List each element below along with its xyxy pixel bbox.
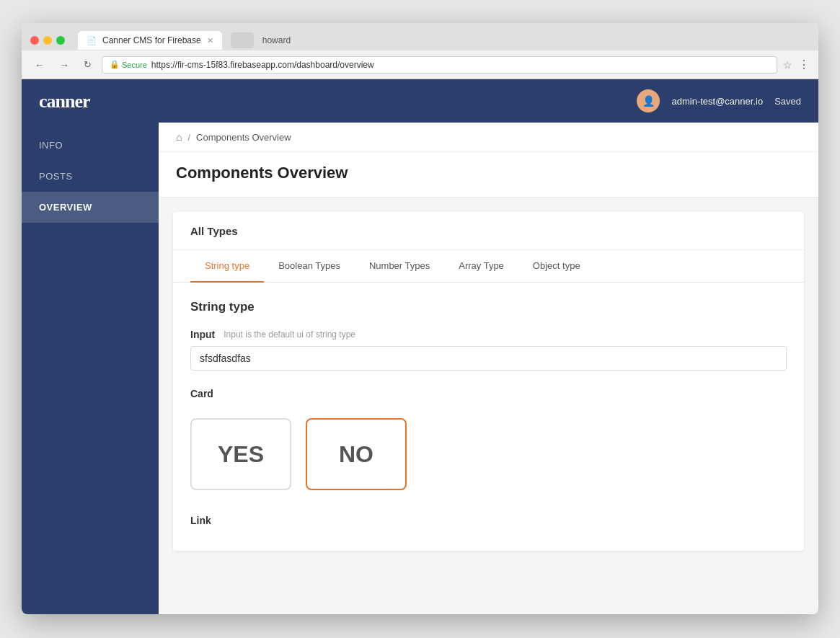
- secure-label: Secure: [122, 61, 147, 69]
- browser-window: 📄 Canner CMS for Firebase ✕ howard ← → ↻…: [22, 23, 818, 614]
- card-option-yes-label: YES: [218, 441, 264, 468]
- tab-title: Canner CMS for Firebase: [102, 35, 201, 45]
- sidebar-item-info[interactable]: INFO: [22, 130, 159, 161]
- card-options: YES NO: [190, 411, 787, 497]
- maximize-window-button[interactable]: [56, 36, 65, 45]
- user-email: admin-test@canner.io: [671, 96, 763, 107]
- string-input[interactable]: [190, 346, 787, 371]
- traffic-lights: [30, 36, 65, 45]
- app-container: INFO POSTS OVERVIEW ⌂ / Components Overv…: [22, 123, 818, 614]
- content-card: All Types String type Boolean Types Numb…: [173, 212, 804, 551]
- nav-right: 👤 admin-test@canner.io Saved: [637, 89, 801, 112]
- card-header: All Types: [173, 212, 804, 250]
- logo-text: canner: [39, 91, 90, 112]
- card-option-no-label: NO: [339, 441, 373, 468]
- main-content: ⌂ / Components Overview Components Overv…: [159, 123, 818, 614]
- browser-menu-button[interactable]: ⋮: [798, 58, 810, 71]
- refresh-button[interactable]: ↻: [79, 58, 96, 71]
- tab-content-area: String type Input Input is the default u…: [173, 283, 804, 551]
- user-avatar: 👤: [637, 89, 660, 112]
- browser-titlebar: 📄 Canner CMS for Firebase ✕ howard: [22, 23, 818, 50]
- app-logo: canner: [39, 89, 90, 112]
- tab-array-type-label: Array Type: [459, 260, 504, 271]
- input-field-group: Input Input is the default ui of string …: [190, 329, 787, 371]
- breadcrumb-separator: /: [187, 132, 190, 143]
- tab-string-type-label: String type: [205, 260, 249, 271]
- breadcrumb-home-icon: ⌂: [176, 131, 182, 143]
- saved-label: Saved: [774, 96, 801, 107]
- lock-icon: 🔒: [110, 60, 120, 69]
- sidebar-label-info: INFO: [39, 140, 63, 151]
- tab-object-type-label: Object type: [533, 260, 580, 271]
- sidebar-item-posts[interactable]: POSTS: [22, 161, 159, 192]
- browser-toolbar: ← → ↻ 🔒 Secure https://fir-cms-15f83.fir…: [22, 50, 818, 79]
- tab-page-icon: 📄: [87, 36, 97, 45]
- tab-close-button[interactable]: ✕: [207, 36, 213, 45]
- sidebar-label-posts: POSTS: [39, 171, 73, 182]
- card-field-label: Card: [190, 388, 787, 399]
- tab-object-type[interactable]: Object type: [518, 250, 595, 283]
- browser-user-label: howard: [262, 35, 291, 45]
- page-title: Components Overview: [176, 164, 801, 182]
- tab-boolean-types[interactable]: Boolean Types: [264, 250, 355, 283]
- input-field-label: Input: [190, 329, 215, 340]
- tabs-bar: String type Boolean Types Number Types A…: [173, 250, 804, 283]
- top-nav: canner 👤 admin-test@canner.io Saved: [22, 79, 818, 123]
- bookmark-button[interactable]: ☆: [783, 59, 792, 71]
- new-tab-ghost: [231, 32, 254, 48]
- input-field-hint: Input is the default ui of string type: [224, 329, 355, 340]
- tab-number-types[interactable]: Number Types: [355, 250, 444, 283]
- sidebar-label-overview: OVERVIEW: [39, 202, 92, 213]
- card-field-group: Card YES NO: [190, 388, 787, 497]
- close-window-button[interactable]: [30, 36, 39, 45]
- breadcrumb-current: Components Overview: [196, 132, 291, 143]
- sidebar-item-overview[interactable]: OVERVIEW: [22, 192, 159, 223]
- card-header-title: All Types: [190, 225, 238, 237]
- tab-boolean-types-label: Boolean Types: [278, 260, 340, 271]
- browser-tab[interactable]: 📄 Canner CMS for Firebase ✕: [78, 31, 222, 50]
- card-option-no[interactable]: NO: [306, 418, 407, 490]
- tab-string-type[interactable]: String type: [190, 250, 264, 283]
- forward-button[interactable]: →: [55, 58, 74, 72]
- breadcrumb: ⌂ / Components Overview: [159, 123, 818, 152]
- back-button[interactable]: ←: [30, 58, 49, 72]
- sidebar: INFO POSTS OVERVIEW: [22, 123, 159, 614]
- tab-number-types-label: Number Types: [369, 260, 430, 271]
- minimize-window-button[interactable]: [43, 36, 52, 45]
- tab-array-type[interactable]: Array Type: [444, 250, 518, 283]
- link-field-label: Link: [190, 515, 787, 526]
- link-field-group: Link: [190, 515, 787, 526]
- card-option-yes[interactable]: YES: [190, 418, 291, 490]
- section-title: String type: [190, 300, 787, 314]
- secure-badge: 🔒 Secure: [110, 60, 147, 69]
- page-title-area: Components Overview: [159, 152, 818, 198]
- address-bar[interactable]: 🔒 Secure https://fir-cms-15f83.firebasea…: [102, 56, 777, 74]
- url-text: https://fir-cms-15f83.firebaseapp.com/da…: [151, 60, 374, 70]
- input-label-row: Input Input is the default ui of string …: [190, 329, 787, 340]
